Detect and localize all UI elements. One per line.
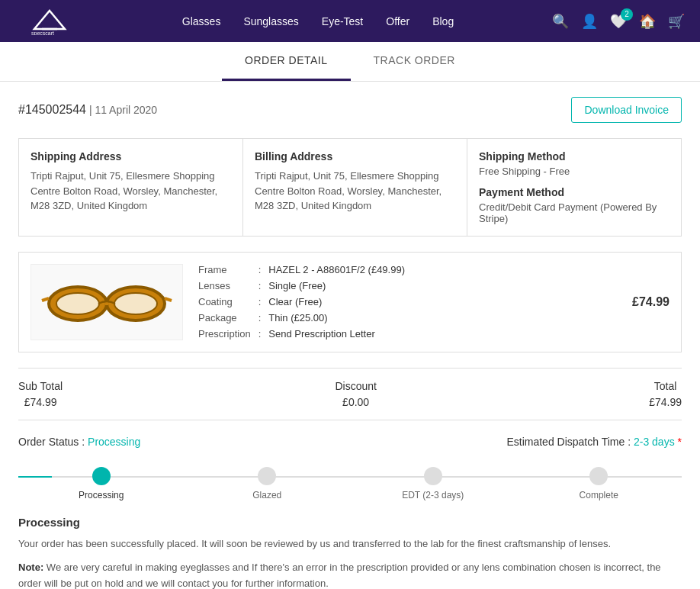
- product-image: [31, 264, 183, 340]
- detail-colons: :::::: [258, 264, 262, 340]
- totals-section: Sub Total £74.99 Discount £0.00 Total £7…: [18, 368, 682, 420]
- total-label: Total: [649, 380, 682, 392]
- download-invoice-button[interactable]: Download Invoice: [571, 97, 682, 123]
- product-colon-4: :: [258, 328, 262, 340]
- discount-item: Discount £0.00: [335, 380, 376, 408]
- product-colon-1: :: [258, 280, 262, 291]
- processing-title: Processing: [18, 516, 682, 529]
- header: specscart Glasses Sunglasses Eye-Test Of…: [0, 0, 700, 42]
- progress-step-1: Glazed: [185, 467, 351, 500]
- billing-address-text: Tripti Rajput, Unit 75, Ellesmere Shoppi…: [255, 169, 455, 214]
- product-colon-3: :: [258, 312, 262, 323]
- nav-offer[interactable]: Offer: [386, 15, 409, 27]
- detail-values: HAZEL 2 - A88601F/2 (£49.99)Single (Free…: [268, 264, 405, 340]
- note-text: We are very careful in making eyeglasses…: [18, 562, 661, 589]
- nav-glasses[interactable]: Glasses: [182, 15, 221, 27]
- order-id: #145002544: [18, 103, 86, 116]
- progress-step-2: EDT (2-3 days): [350, 467, 516, 500]
- status-value: Processing: [88, 436, 140, 448]
- product-label-3: Package: [198, 312, 251, 323]
- detail-labels: FrameLensesCoatingPackagePrescription: [198, 264, 251, 340]
- product-label-4: Prescription: [198, 328, 251, 340]
- main-content: #145002544 | 11 April 2020 Download Invo…: [7, 82, 693, 589]
- svg-point-4: [56, 293, 99, 314]
- product-colon-0: :: [258, 264, 262, 275]
- total-item: Total £74.99: [649, 380, 682, 408]
- product-label-0: Frame: [198, 264, 251, 275]
- order-header: #145002544 | 11 April 2020 Download Invo…: [18, 97, 682, 123]
- payment-method-title: Payment Method: [479, 186, 669, 198]
- nav-blog[interactable]: Blog: [432, 15, 454, 27]
- header-icons: 🔍 👤 🤍 2 🏠 🛒: [552, 13, 685, 30]
- user-icon[interactable]: 👤: [581, 13, 598, 30]
- status-text: Order Status : Processing: [18, 436, 140, 448]
- product-details: FrameLensesCoatingPackagePrescription ::…: [198, 264, 632, 340]
- svg-line-8: [42, 298, 49, 301]
- processing-note: Note: We are very careful in making eyeg…: [18, 560, 682, 589]
- step-label-2: EDT (2-3 days): [402, 490, 464, 500]
- shipping-address-text: Tripti Rajput, Unit 75, Ellesmere Shoppi…: [31, 169, 231, 214]
- product-price: £74.99: [632, 295, 669, 309]
- dispatch-value: 2-3 days: [634, 436, 675, 448]
- subtotal-item: Sub Total £74.99: [18, 380, 63, 408]
- wishlist-icon[interactable]: 🤍 2: [610, 13, 627, 30]
- total-value: £74.99: [649, 396, 682, 408]
- status-section: Order Status : Processing Estimated Disp…: [18, 436, 682, 500]
- nav-eye-test[interactable]: Eye-Test: [322, 15, 363, 27]
- logo[interactable]: specscart: [15, 8, 84, 35]
- shipping-address-title: Shipping Address: [31, 150, 231, 163]
- shipping-method-title: Shipping Method: [479, 150, 669, 163]
- product-value-2: Clear (Free): [268, 296, 405, 307]
- progress-tracker: ProcessingGlazedEDT (2-3 days)Complete: [18, 467, 682, 500]
- note-bold: Note:: [18, 562, 43, 573]
- step-dot-3: [589, 467, 608, 485]
- address-section: Shipping Address Tripti Rajput, Unit 75,…: [18, 138, 682, 237]
- status-label: Order Status :: [18, 436, 85, 448]
- home-icon[interactable]: 🏠: [639, 13, 656, 30]
- step-label-3: Complete: [580, 490, 618, 500]
- product-value-1: Single (Free): [268, 280, 405, 291]
- product-colon-2: :: [258, 296, 262, 307]
- product-value-3: Thin (£25.00): [268, 312, 405, 323]
- order-id-section: #145002544 | 11 April 2020: [18, 103, 157, 117]
- billing-address-title: Billing Address: [255, 150, 455, 163]
- step-label-1: Glazed: [252, 490, 281, 500]
- svg-point-6: [114, 293, 157, 314]
- wishlist-badge: 2: [621, 8, 633, 21]
- order-date: | 11 April 2020: [89, 104, 157, 116]
- cart-icon[interactable]: 🛒: [668, 13, 685, 30]
- tabs: ORDER DETAIL TRACK ORDER: [0, 42, 700, 82]
- tab-order-detail[interactable]: ORDER DETAIL: [222, 42, 350, 81]
- svg-line-9: [165, 298, 172, 301]
- step-label-0: Processing: [79, 490, 124, 500]
- billing-address-card: Billing Address Tripti Rajput, Unit 75, …: [243, 139, 467, 236]
- product-value-4: Send Prescription Letter: [268, 328, 405, 340]
- step-dot-2: [424, 467, 442, 485]
- product-label-2: Coating: [198, 296, 251, 307]
- dispatch-asterisk: *: [678, 436, 682, 448]
- subtotal-label: Sub Total: [18, 380, 63, 392]
- product-value-0: HAZEL 2 - A88601F/2 (£49.99): [268, 264, 405, 275]
- processing-main-text: Your order has been successfully placed.…: [18, 536, 682, 552]
- svg-marker-0: [34, 11, 65, 29]
- status-row: Order Status : Processing Estimated Disp…: [18, 436, 682, 448]
- product-label-1: Lenses: [198, 280, 251, 291]
- step-dot-0: [92, 467, 111, 485]
- discount-label: Discount: [335, 380, 376, 392]
- svg-text:specscart: specscart: [31, 31, 54, 35]
- progress-step-3: Complete: [516, 467, 682, 500]
- dispatch-label: Estimated Dispatch Time :: [506, 436, 631, 448]
- progress-tracker-wrapper: ProcessingGlazedEDT (2-3 days)Complete: [18, 467, 682, 500]
- dispatch-text: Estimated Dispatch Time : 2-3 days *: [506, 436, 682, 448]
- subtotal-value: £74.99: [18, 396, 63, 408]
- discount-value: £0.00: [335, 396, 376, 408]
- search-icon[interactable]: 🔍: [552, 13, 569, 30]
- progress-step-0: Processing: [18, 467, 185, 500]
- processing-section: Processing Your order has been successfu…: [18, 516, 682, 589]
- shipping-address-card: Shipping Address Tripti Rajput, Unit 75,…: [19, 139, 243, 236]
- payment-method-value: Credit/Debit Card Payment (Powered By St…: [479, 201, 669, 224]
- product-section: FrameLensesCoatingPackagePrescription ::…: [18, 252, 682, 352]
- nav-sunglasses[interactable]: Sunglasses: [243, 15, 298, 27]
- shipping-method-value: Free Shipping - Free: [479, 166, 669, 177]
- tab-track-order[interactable]: TRACK ORDER: [351, 42, 478, 81]
